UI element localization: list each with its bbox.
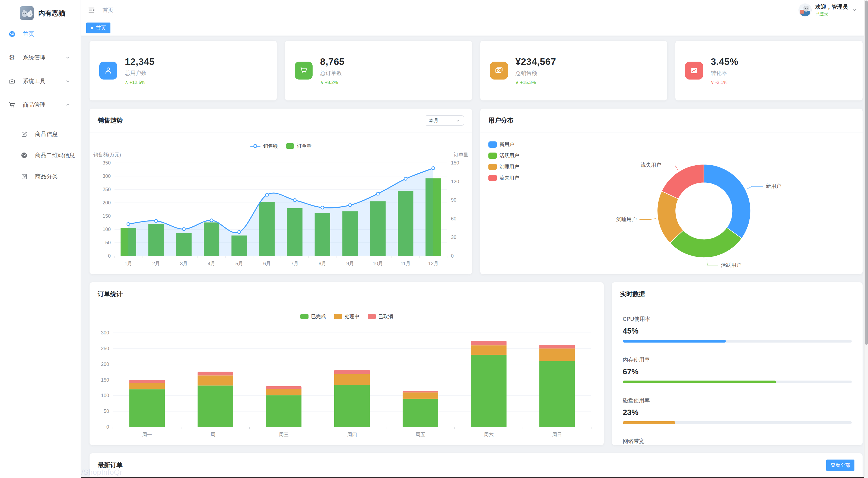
trend-up-icon: ∧ [125,80,128,85]
svg-text:250: 250 [102,187,111,192]
sidebar-item-label: 商品信息 [35,130,58,138]
topbar: 首页 欢迎，管理员 已登录 [81,0,868,20]
money-icon [490,62,508,80]
legend-item-completed[interactable]: 已完成 [300,313,326,320]
svg-text:150: 150 [101,377,109,383]
card-title: 最新订单 [98,461,123,469]
sidebar-item-product-category[interactable]: 商品分类 [0,169,81,184]
svg-text:10月: 10月 [373,261,383,266]
svg-text:5月: 5月 [236,261,243,266]
metric-label: CPU使用率 [623,316,852,323]
trend-up-icon: ∧ [320,80,323,85]
svg-text:2月: 2月 [152,261,160,266]
stat-trend: ∧ +12.5% [125,80,155,85]
gauge-icon [20,151,28,159]
svg-text:周二: 周二 [211,432,220,437]
period-select[interactable]: 本月 [425,115,464,126]
stat-label: 转化率 [711,69,738,77]
stat-value: 12,345 [125,56,155,67]
chevron-down-icon [65,55,70,60]
sidebar-item-system-mgmt[interactable]: ⚙ 系统管理 [0,50,81,65]
card-header: 最新订单 查看全部 [90,453,863,477]
svg-text:订单量: 订单量 [454,152,468,157]
svg-text:销售额(万元): 销售额(万元) [93,152,121,157]
app-root: 内有恶猫 首页 ⚙ 系统管理 [0,0,868,478]
svg-text:300: 300 [102,174,111,179]
product-submenu: 商品信息 商品二维码信息 [0,121,81,184]
trend-up-icon: ∧ [516,80,519,85]
realtime-item-disk: 磁盘使用率 23% [623,397,852,424]
sidebar-item-label: 系统管理 [23,54,45,61]
svg-text:120: 120 [451,179,459,184]
svg-text:150: 150 [451,160,459,166]
order-stats-svg: 050100150200250300周一周二周三周四周五周六周日 [94,325,599,443]
card-title: 销售趋势 [98,116,123,125]
order-stats-body: 已完成 处理中 已取消 050100150200250300周一周二周三周四周五… [90,306,604,445]
svg-text:周六: 周六 [484,432,494,437]
svg-text:30: 30 [451,235,456,240]
svg-text:50: 50 [105,240,111,245]
svg-text:沉睡用户: 沉睡用户 [616,216,637,222]
user-distribution-body: 新用户 活跃用户 沉睡用户 流失用户 新用户活跃用户沉睡用户流失用户 [480,132,863,274]
stats-row: 12,345 总用户数 ∧ +12.5% 8,765 总订单数 ∧ [90,41,863,100]
sidebar-item-product-qrcode[interactable]: 商品二维码信息 [0,148,81,163]
app-title: 内有恶猫 [38,9,65,18]
view-all-button[interactable]: 查看全部 [826,459,855,471]
svg-text:0: 0 [451,253,454,259]
tag-label: 首页 [96,24,106,31]
sidebar-item-home[interactable]: 首页 [0,26,81,42]
page-scrollbar[interactable] [864,0,868,478]
sidebar-item-label: 系统工具 [23,77,45,85]
order-stats-chart: 050100150200250300周一周二周三周四周五周六周日 [94,325,599,443]
tags-bar: 首页 [81,20,868,36]
logo-image [20,6,34,20]
svg-text:7月: 7月 [291,261,299,266]
login-status: 已登录 [815,11,848,17]
metric-value: 45% [623,327,852,335]
stat-value: 3.45% [711,56,738,67]
svg-text:8月: 8月 [318,261,326,266]
sidebar-item-label: 商品二维码信息 [35,151,75,159]
user-menu[interactable]: 欢迎，管理员 已登录 [799,3,857,17]
svg-text:新用户: 新用户 [766,183,781,189]
chevron-up-icon [65,102,70,107]
cart-icon [8,101,16,109]
user-welcome: 欢迎，管理员 [815,3,848,10]
tag-home[interactable]: 首页 [86,23,111,33]
breadcrumb[interactable]: 首页 [102,6,114,14]
user-distribution-svg: 新用户活跃用户沉睡用户流失用户 [480,132,863,274]
svg-text:11月: 11月 [401,261,410,266]
chevron-down-icon [65,79,70,84]
avatar [799,3,812,17]
sidebar-item-product-mgmt[interactable]: 商品管理 [0,97,81,113]
svg-text:200: 200 [101,362,109,367]
cat-logo-icon [20,6,34,20]
legend-item-cancelled[interactable]: 已取消 [368,313,393,320]
svg-text:0: 0 [106,424,109,430]
svg-text:3月: 3月 [180,261,187,266]
user-info: 欢迎，管理员 已登录 [815,3,848,17]
realtime-item-cpu: CPU使用率 45% [623,316,852,342]
sales-trend-card: 销售趋势 本月 [90,109,472,274]
menu-fold-icon[interactable] [88,6,95,13]
sidebar-item-product-info[interactable]: 商品信息 [0,126,81,142]
svg-text:200: 200 [102,200,111,206]
sales-trend-body: 销售额 订单量 05010015020025030035003060901201… [90,132,472,274]
svg-text:350: 350 [102,160,111,166]
card-header: 销售趋势 本月 [90,109,472,132]
sidebar-item-system-tools[interactable]: 系统工具 [0,73,81,89]
stat-card-users: 12,345 总用户数 ∧ +12.5% [90,41,277,100]
scrollbar-thumb[interactable] [865,1,868,345]
svg-text:250: 250 [101,346,109,351]
stat-card-conversion: 3.45% 转化率 ∨ -2.1% [675,41,863,100]
order-stats-card: 订单统计 已完成 处理中 已取消 050100150200250300周一周二周… [90,282,604,445]
chevron-down-icon [456,118,460,123]
svg-text:12月: 12月 [428,261,438,266]
svg-text:周三: 周三 [279,432,289,437]
sidebar-item-label: 商品管理 [23,101,45,109]
edit-icon [20,130,28,138]
stat-card-sales: ¥234,567 总销售额 ∧ +15.3% [480,41,668,100]
user-icon [99,62,117,80]
legend-item-processing[interactable]: 处理中 [334,313,360,320]
realtime-body: CPU使用率 45% 内存使用率 67% 磁盘使用率 23% [612,306,863,445]
